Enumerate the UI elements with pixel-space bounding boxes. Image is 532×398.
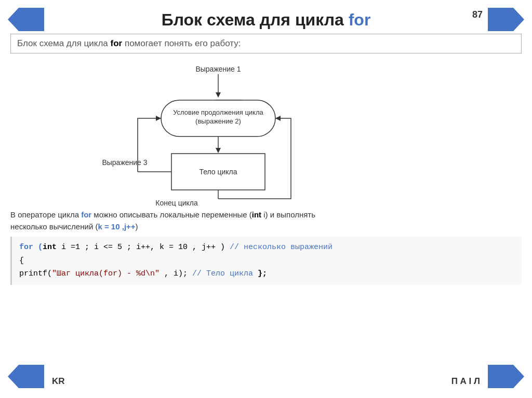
flowchart: Выражение 1 Условие продолжения цикла (в… (0, 56, 532, 207)
svg-text:Конец цикла: Конец цикла (155, 199, 198, 207)
page-number: 87 (472, 9, 483, 20)
expr1-label: Выражение 1 (195, 65, 241, 73)
code-mid: , i); (159, 269, 192, 278)
code-printf: printf( (19, 269, 52, 278)
title-keyword: for (349, 10, 371, 29)
svg-text:Выражение 3: Выражение 3 (102, 158, 147, 167)
svg-text:Тело цикла: Тело цикла (199, 168, 237, 176)
desc-line2-post: ) (136, 222, 138, 231)
code-comment-2: // Тело цикла (192, 269, 258, 278)
description-text: В операторе цикла for можно описывать ло… (10, 209, 522, 232)
next-arrow-bottom[interactable] (488, 365, 524, 390)
svg-text:Условие продолжения цикла: Условие продолжения цикла (173, 108, 263, 116)
bottom-label-right: П А І Л (451, 376, 480, 387)
code-rest: i =1 ; i <= 5 ; i++, k = 10 , j++ ) (57, 243, 230, 252)
left-arrow-icon[interactable] (8, 8, 44, 31)
code-line-2: { (19, 254, 514, 268)
page-title: Блок схема для цикла for (0, 5, 532, 30)
svg-text:(выражение 2): (выражение 2) (195, 117, 241, 125)
svg-marker-6 (216, 148, 221, 153)
code-line-1: for (int i =1 ; i <= 5 ; i++, k = 10 , j… (19, 241, 514, 254)
code-brace: }; (258, 269, 267, 278)
svg-marker-14 (156, 116, 161, 121)
subtitle-keyword: for (111, 38, 123, 48)
subtitle-box: Блок схема для цикла for помогает понять… (10, 34, 522, 53)
subtitle-text-pre: Блок схема для цикла (17, 38, 111, 48)
next-arrow-top[interactable] (488, 8, 524, 33)
prev-arrow-bottom[interactable] (8, 365, 44, 390)
desc-mid: можно описывать локальные переменные ( (91, 210, 252, 219)
subtitle-text-post: помогает понять его работу: (122, 38, 241, 48)
code-string: "Шаг цикла(for) - %d\n" (52, 269, 159, 278)
code-comment-1: // несколько выражений (230, 243, 332, 252)
left-arrow-bottom-icon[interactable] (8, 365, 44, 388)
desc-post: i) и выполнять (261, 210, 315, 219)
desc-pre: В операторе цикла (10, 210, 81, 219)
right-arrow-icon[interactable] (488, 8, 524, 31)
code-int: int (43, 243, 57, 252)
code-block: for (int i =1 ; i <= 5 ; i++, k = 10 , j… (10, 237, 522, 285)
desc-int: int (252, 210, 261, 219)
desc-for: for (81, 210, 91, 219)
right-arrow-bottom-icon[interactable] (488, 365, 524, 388)
title-text: Блок схема для цикла (162, 10, 349, 29)
code-for: for ( (19, 243, 43, 252)
svg-marker-12 (275, 116, 281, 121)
svg-marker-1 (216, 92, 221, 98)
prev-arrow-top[interactable] (8, 8, 44, 33)
desc-line2-pre: несколько вычислений ( (10, 222, 98, 231)
desc-expr: k = 10 ,j++ (98, 222, 135, 231)
bottom-label-left: KR (52, 376, 65, 387)
code-line-3: printf("Шаг цикла(for) - %d\n" , i); // … (19, 267, 514, 281)
